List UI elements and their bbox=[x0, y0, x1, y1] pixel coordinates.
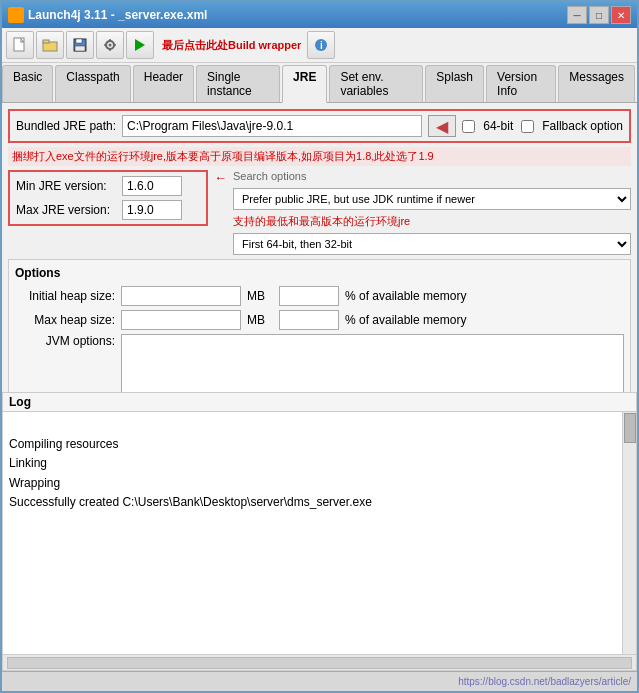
tab-messages[interactable]: Messages bbox=[558, 65, 635, 102]
save-icon bbox=[72, 37, 88, 53]
info-icon: i bbox=[313, 37, 329, 53]
max-heap-row: Max heap size: MB % of available memory bbox=[15, 310, 624, 330]
watermark: https://blog.csdn.net/badlazyers/article… bbox=[458, 676, 631, 687]
scrollbar-thumb bbox=[624, 413, 636, 443]
initial-heap-input[interactable] bbox=[121, 286, 241, 306]
window-icon bbox=[8, 7, 24, 23]
log-line-0 bbox=[9, 416, 630, 435]
log-line-1: Compiling resources bbox=[9, 435, 630, 454]
settings-button[interactable] bbox=[96, 31, 124, 59]
log-line-4: Successfully created C:\Users\Bank\Deskt… bbox=[9, 493, 630, 512]
log-h-scrollbar[interactable] bbox=[7, 657, 632, 669]
min-jre-label: Min JRE version: bbox=[16, 179, 116, 193]
save-button[interactable] bbox=[66, 31, 94, 59]
tab-classpath[interactable]: Classpath bbox=[55, 65, 130, 102]
svg-rect-2 bbox=[43, 40, 49, 43]
new-icon bbox=[12, 37, 28, 53]
initial-heap-row: Initial heap size: MB % of available mem… bbox=[15, 286, 624, 306]
log-content[interactable]: Compiling resources Linking Wrapping Suc… bbox=[3, 412, 636, 654]
window-title: Launch4j 3.11 - _server.exe.xml bbox=[28, 8, 567, 22]
tab-basic[interactable]: Basic bbox=[2, 65, 53, 102]
settings-icon bbox=[102, 37, 118, 53]
log-line-3: Wrapping bbox=[9, 474, 630, 493]
annotation-2: 支持的最低和最高版本的运行环境jre bbox=[233, 214, 631, 229]
initial-heap-pct-input[interactable] bbox=[279, 286, 339, 306]
search-options-label: Search options bbox=[233, 170, 631, 182]
maximize-button[interactable]: □ bbox=[589, 6, 609, 24]
bundled-jre-input[interactable] bbox=[122, 115, 422, 137]
svg-point-7 bbox=[109, 44, 112, 47]
info-button[interactable]: i bbox=[307, 31, 335, 59]
fallback-checkbox[interactable] bbox=[521, 120, 534, 133]
log-section: Log Compiling resources Linking Wrapping… bbox=[2, 392, 637, 671]
new-button[interactable] bbox=[6, 31, 34, 59]
jvm-row: JVM options: bbox=[15, 334, 624, 392]
min-jre-input[interactable] bbox=[122, 176, 182, 196]
search-options-section: Search options Prefer public JRE, but us… bbox=[233, 170, 631, 255]
options-title: Options bbox=[15, 266, 624, 280]
jvm-label: JVM options: bbox=[15, 334, 115, 348]
max-heap-mb: MB bbox=[247, 313, 265, 327]
build-icon bbox=[132, 37, 148, 53]
close-button[interactable]: ✕ bbox=[611, 6, 631, 24]
log-line-2: Linking bbox=[9, 454, 630, 473]
max-heap-label: Max heap size: bbox=[15, 313, 115, 327]
bit64-checkbox[interactable] bbox=[462, 120, 475, 133]
max-jre-input[interactable] bbox=[122, 200, 182, 220]
tab-single-instance[interactable]: Single instance bbox=[196, 65, 280, 102]
fallback-label: Fallback option bbox=[542, 119, 623, 133]
max-jre-label: Max JRE version: bbox=[16, 203, 116, 217]
toolbar-tooltip: 最后点击此处Build wrapper bbox=[162, 38, 301, 53]
svg-marker-12 bbox=[135, 39, 145, 51]
toolbar: 最后点击此处Build wrapper i bbox=[2, 28, 637, 63]
annotation-1: 捆绑打入exe文件的运行环境jre,版本要高于原项目编译版本,如原项目为1.8,… bbox=[8, 147, 631, 166]
log-lines: Compiling resources Linking Wrapping Suc… bbox=[9, 416, 630, 512]
jre-content: Bundled JRE path: ◀ 64-bit Fallback opti… bbox=[2, 103, 637, 392]
initial-heap-pct: % of available memory bbox=[345, 289, 466, 303]
open-button[interactable] bbox=[36, 31, 64, 59]
log-scrollbar[interactable] bbox=[622, 412, 636, 654]
max-heap-pct-input[interactable] bbox=[279, 310, 339, 330]
tab-version-info[interactable]: Version Info bbox=[486, 65, 556, 102]
bit64-row: 64-bit Fallback option bbox=[462, 119, 623, 133]
bundled-jre-label: Bundled JRE path: bbox=[16, 119, 116, 133]
svg-rect-5 bbox=[75, 46, 85, 51]
status-bar: https://blog.csdn.net/badlazyers/article… bbox=[2, 671, 637, 691]
open-icon bbox=[42, 37, 58, 53]
jre-version-section: Min JRE version: Max JRE version: bbox=[8, 170, 208, 226]
bit64-label: 64-bit bbox=[483, 119, 513, 133]
max-heap-input[interactable] bbox=[121, 310, 241, 330]
minimize-button[interactable]: ─ bbox=[567, 6, 587, 24]
jvm-textarea[interactable] bbox=[121, 334, 624, 392]
tab-header[interactable]: Header bbox=[133, 65, 194, 102]
log-bottom-bar bbox=[3, 654, 636, 670]
options-grid: Initial heap size: MB % of available mem… bbox=[15, 286, 624, 392]
tab-bar: Basic Classpath Header Single instance J… bbox=[2, 63, 637, 103]
tab-set-env[interactable]: Set env. variables bbox=[329, 65, 423, 102]
first64-dropdown[interactable]: First 64-bit, then 32-bit bbox=[233, 233, 631, 255]
options-section: Options Initial heap size: MB % of avail… bbox=[8, 259, 631, 392]
max-jre-row: Max JRE version: bbox=[16, 200, 200, 220]
prefer-jre-dropdown[interactable]: Prefer public JRE, but use JDK runtime i… bbox=[233, 188, 631, 210]
svg-text:i: i bbox=[320, 40, 323, 51]
max-heap-pct: % of available memory bbox=[345, 313, 466, 327]
build-button[interactable] bbox=[126, 31, 154, 59]
tab-jre[interactable]: JRE bbox=[282, 65, 327, 103]
min-jre-row: Min JRE version: bbox=[16, 176, 200, 196]
log-title: Log bbox=[3, 393, 636, 412]
initial-heap-mb: MB bbox=[247, 289, 265, 303]
initial-heap-label: Initial heap size: bbox=[15, 289, 115, 303]
bundled-jre-row: Bundled JRE path: ◀ 64-bit Fallback opti… bbox=[8, 109, 631, 143]
tab-splash[interactable]: Splash bbox=[425, 65, 484, 102]
browse-button[interactable]: ◀ bbox=[428, 115, 456, 137]
svg-rect-4 bbox=[76, 39, 82, 43]
